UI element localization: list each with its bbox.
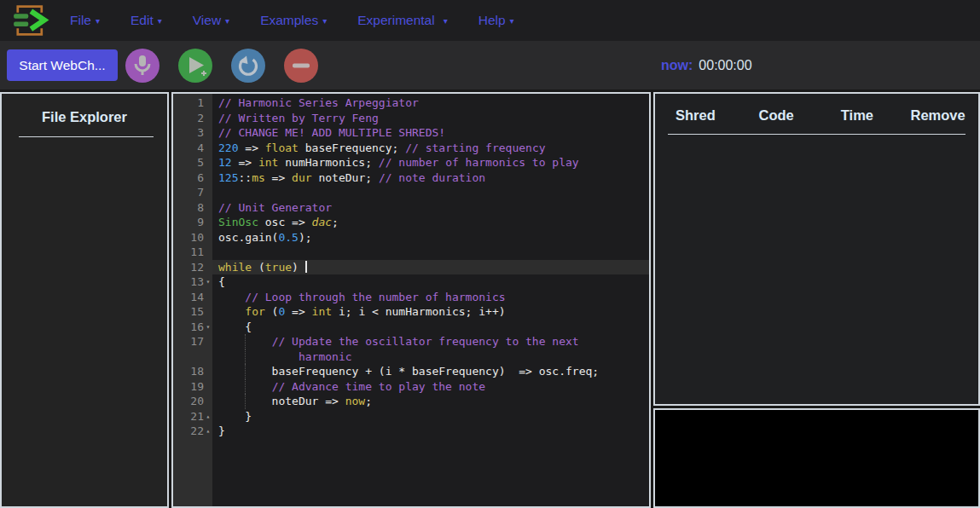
gutter-cell[interactable]: 15 <box>173 304 212 320</box>
line-number: 6 <box>197 170 204 186</box>
play-add-icon <box>184 55 206 77</box>
chuck-time-display: now: 00:00:00 <box>661 41 752 89</box>
code-text: // Written by Terry Feng <box>212 111 649 126</box>
menu-view[interactable]: View ▾ <box>193 13 229 28</box>
gutter-cell[interactable]: 14 <box>173 290 212 305</box>
fold-toggle-icon[interactable]: ▾ <box>204 320 212 335</box>
gutter-cell[interactable]: 10 <box>173 230 212 245</box>
code-text: osc.gain(0.5); <box>212 230 649 245</box>
menu-examples[interactable]: Examples ▾ <box>260 13 327 28</box>
code-text: { <box>212 274 649 290</box>
chuck-time-value: 00:00:00 <box>699 58 751 73</box>
chevron-down-icon: ▾ <box>322 16 327 26</box>
code-line[interactable]: 2// Written by Terry Feng <box>173 111 649 126</box>
line-number: 17 <box>190 334 204 349</box>
code-line[interactable]: harmonic <box>173 349 649 365</box>
code-line[interactable]: 7 <box>173 185 649 200</box>
gutter-cell[interactable]: 17 <box>173 334 212 349</box>
code-line[interactable]: 6125::ms => dur noteDur; // note duratio… <box>173 170 649 186</box>
start-webchuck-button[interactable]: Start WebCh... <box>7 49 118 81</box>
code-line[interactable]: 11 <box>173 245 649 260</box>
code-line[interactable]: 3// CHANGE ME! ADD MULTIPLE SHREDS! <box>173 125 649 141</box>
code-line[interactable]: 18 baseFrequency + (i * baseFrequency) =… <box>173 364 649 379</box>
code-text: // Unit Generator <box>212 200 649 216</box>
menu-help-label: Help <box>478 13 506 28</box>
replace-shred-button[interactable] <box>231 49 265 83</box>
code-text: harmonic <box>212 349 649 365</box>
code-line[interactable]: 8// Unit Generator <box>173 200 649 216</box>
code-line[interactable]: 20 noteDur => now; <box>173 394 649 409</box>
file-explorer-title: File Explorer <box>2 94 167 125</box>
fold-toggle-icon[interactable]: ▴ <box>204 424 212 439</box>
code-column-header: Code <box>736 107 817 124</box>
gutter-cell[interactable]: 6 <box>173 170 212 186</box>
code-line[interactable]: 14 // Loop through the number of harmoni… <box>173 290 649 305</box>
code-line[interactable]: 4220 => float baseFrequency; // starting… <box>173 141 649 156</box>
code-line[interactable]: 21▴ } <box>173 409 649 424</box>
code-line[interactable]: 9SinOsc osc => dac; <box>173 215 649 230</box>
gutter-cell[interactable]: 18 <box>173 364 212 379</box>
gutter-cell[interactable]: 12 <box>173 260 212 275</box>
gutter-cell[interactable]: 13▾ <box>173 274 212 290</box>
code-text: noteDur => now; <box>212 394 649 409</box>
line-number: 4 <box>197 141 204 156</box>
code-editor[interactable]: 1// Harmonic Series Arpeggiator2// Writt… <box>171 92 651 508</box>
line-number: 9 <box>197 215 204 230</box>
microphone-icon <box>132 55 153 77</box>
code-line[interactable]: 16▾ { <box>173 320 649 335</box>
gutter-cell[interactable]: 1 <box>173 95 212 111</box>
chevron-down-icon: ▾ <box>158 16 162 26</box>
code-line[interactable]: 13▾{ <box>173 274 649 290</box>
code-line[interactable]: 512 => int numHarmonics; // number of ha… <box>173 155 649 170</box>
fold-toggle-icon[interactable]: ▴ <box>204 409 212 424</box>
gutter-cell[interactable]: 2 <box>173 111 212 126</box>
chevron-down-icon: ▾ <box>444 16 448 26</box>
toolbar: Start WebCh... now: 00:00:00 <box>0 41 980 89</box>
code-line[interactable]: 17 // Update the oscillator frequency to… <box>173 334 649 349</box>
code-text: // Update the oscillator frequency to th… <box>212 334 649 349</box>
run-shred-button[interactable] <box>178 49 212 83</box>
code-area: 1// Harmonic Series Arpeggiator2// Writt… <box>173 95 649 439</box>
gutter-cell[interactable]: 21▴ <box>173 409 212 424</box>
menu-edit[interactable]: Edit ▾ <box>130 13 162 28</box>
menu-experimental[interactable]: Experimental ▾ <box>357 13 448 28</box>
shred-column-header: Shred <box>655 107 736 124</box>
code-line[interactable]: 19 // Advance time to play the note <box>173 379 649 395</box>
gutter-cell[interactable]: 4 <box>173 141 212 156</box>
gutter-cell[interactable]: 5 <box>173 155 212 170</box>
gutter-cell[interactable]: 9 <box>173 215 212 230</box>
gutter-cell[interactable]: 22▴ <box>173 424 212 439</box>
line-number: 12 <box>190 260 204 275</box>
gutter-cell[interactable]: 19 <box>173 379 212 395</box>
shred-table-divider <box>668 134 966 135</box>
menu-help[interactable]: Help ▾ <box>478 13 514 28</box>
code-line[interactable]: 22▴} <box>173 424 649 439</box>
line-number: 3 <box>197 125 204 141</box>
code-line[interactable]: 10osc.gain(0.5); <box>173 230 649 245</box>
fold-toggle-icon[interactable]: ▾ <box>204 274 212 290</box>
code-text <box>212 185 649 200</box>
code-text: // Harmonic Series Arpeggiator <box>212 95 649 111</box>
code-text: 12 => int numHarmonics; // number of har… <box>212 155 649 170</box>
line-number: 7 <box>197 185 204 200</box>
microphone-button[interactable] <box>125 49 159 83</box>
gutter-cell[interactable] <box>173 349 212 365</box>
menu-file[interactable]: File ▾ <box>70 13 100 28</box>
gutter-cell[interactable]: 16▾ <box>173 320 212 335</box>
code-line[interactable]: 1// Harmonic Series Arpeggiator <box>173 95 649 111</box>
gutter-cell[interactable]: 20 <box>173 394 212 409</box>
file-explorer-panel: File Explorer <box>0 92 169 508</box>
remove-shred-button[interactable] <box>284 49 318 83</box>
code-line[interactable]: 15 for (0 => int i; i < numHarmonics; i+… <box>173 304 649 320</box>
line-number: 8 <box>197 200 204 216</box>
gutter-cell[interactable]: 11 <box>173 245 212 260</box>
gutter-cell[interactable]: 8 <box>173 200 212 216</box>
gutter-cell[interactable]: 3 <box>173 125 212 141</box>
code-line[interactable]: 12while (true) <box>173 260 649 275</box>
gutter-cell[interactable]: 7 <box>173 185 212 200</box>
chevron-down-icon: ▾ <box>96 16 100 26</box>
code-text: { <box>212 320 649 335</box>
minus-icon <box>291 55 311 76</box>
menu-experimental-label: Experimental <box>357 13 434 28</box>
menu-file-label: File <box>70 13 91 28</box>
